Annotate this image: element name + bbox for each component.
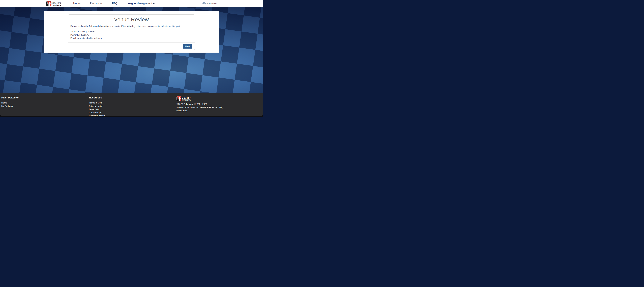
content-panel: Venue Review Please confirm the followin… — [44, 11, 219, 52]
play-pokemon-logo[interactable]: PLAY! POKÉMON. — [46, 1, 68, 6]
customer-support-link[interactable]: Customer Support — [162, 25, 180, 27]
navbar-container: PLAY! POKÉMON. Home Resources FAQ League… — [46, 0, 216, 7]
page-title: Venue Review — [70, 16, 192, 22]
footer-panel: Play! Pokémon Home My Settings Resources… — [0, 93, 263, 116]
footer-bottom-strip — [0, 117, 263, 117]
svg-text:PLAY!: PLAY! — [52, 1, 61, 4]
footer-heading-play-pokemon: Play! Pokémon — [1, 96, 89, 99]
user-menu[interactable]: Greg Jacobs — [202, 2, 216, 5]
confirmation-text: Please confirm the following information… — [70, 25, 192, 28]
player-name-line: Your Name: Greg Jacobs — [70, 30, 192, 33]
card-footer: Next — [68, 42, 194, 50]
player-info: Your Name: Greg Jacobs Player ID: 383357… — [70, 30, 192, 40]
user-name: Greg Jacobs — [206, 2, 216, 4]
next-button[interactable]: Next — [183, 44, 192, 48]
svg-text:POKÉMON.: POKÉMON. — [52, 4, 61, 6]
footer-heading-resources: Resources — [89, 96, 176, 99]
footer-col-play-pokemon: Play! Pokémon Home My Settings — [1, 96, 89, 116]
footer-link-privacy-notice[interactable]: Privacy Notice — [89, 104, 103, 108]
footer-link-contact-support[interactable]: Contact Support — [89, 114, 105, 116]
nav-item-league-management[interactable]: League Management — [127, 2, 155, 5]
user-avatar-icon — [202, 2, 206, 5]
page-footer: Play! Pokémon Home My Settings Resources… — [0, 93, 263, 117]
player-email-line: Email: greg.r.jacobs@gmail.com — [70, 36, 192, 40]
nav-item-faq[interactable]: FAQ — [112, 2, 117, 5]
footer-col-resources: Resources Terms of Use Privacy Notice Le… — [89, 96, 176, 116]
footer-col-legal: PLAY! POKÉMON. ©2026 Pokémon. ©1995 - 20… — [176, 96, 262, 116]
footer-link-terms-of-use[interactable]: Terms of Use — [89, 101, 102, 104]
footer-link-my-settings[interactable]: My Settings — [1, 104, 13, 108]
top-navbar: PLAY! POKÉMON. Home Resources FAQ League… — [0, 0, 263, 7]
footer-play-pokemon-logo: PLAY! POKÉMON. — [176, 96, 197, 101]
main-nav: Home Resources FAQ League Management — [73, 2, 155, 5]
main-content: Venue Review Please confirm the followin… — [0, 7, 263, 93]
nav-item-resources[interactable]: Resources — [90, 2, 102, 5]
svg-text:POKÉMON.: POKÉMON. — [182, 99, 191, 101]
footer-link-legal-info[interactable]: Legal Info — [89, 108, 98, 111]
svg-text:PLAY!: PLAY! — [182, 96, 191, 99]
footer-link-cookie-page[interactable]: Cookie Page — [89, 111, 102, 114]
copyright-text: ©2026 Pokémon. ©1995 - 2026 Nintendo/Cre… — [176, 102, 262, 112]
venue-review-card: Venue Review Please confirm the followin… — [68, 14, 195, 50]
venue-review-card-body: Venue Review Please confirm the followin… — [68, 14, 194, 42]
chevron-down-icon — [153, 3, 155, 4]
nav-item-home[interactable]: Home — [73, 2, 80, 5]
player-id-line: Player ID: 3833576 — [70, 33, 192, 37]
footer-link-home[interactable]: Home — [1, 101, 7, 104]
footer-columns: Play! Pokémon Home My Settings Resources… — [1, 96, 262, 116]
